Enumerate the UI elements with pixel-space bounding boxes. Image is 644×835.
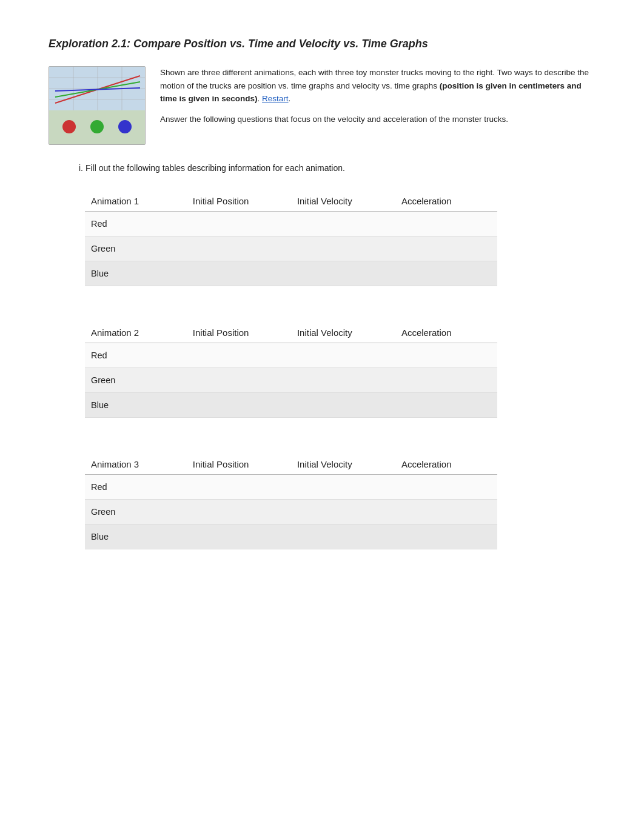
input-animation1-red-col3[interactable] xyxy=(401,216,486,232)
table-animation2-row-green: Green xyxy=(85,368,497,393)
input-animation1-green-col2[interactable] xyxy=(297,241,382,257)
input-animation3-blue-col3[interactable] xyxy=(401,529,486,545)
table-animation3-row-red: Red xyxy=(85,475,497,500)
thumbnail-bottom xyxy=(49,110,145,145)
table-animation1-header-col1: Initial Position xyxy=(184,191,289,212)
table-animation2-row-red-col1[interactable] xyxy=(184,343,289,368)
table-animation2-row-green-col3[interactable] xyxy=(393,368,497,393)
input-animation2-blue-col3[interactable] xyxy=(401,397,486,413)
restart-link[interactable]: Restart xyxy=(262,94,289,103)
table-animation3-row-blue-col1[interactable] xyxy=(184,525,289,549)
table-animation2-row-red-label: Red xyxy=(85,343,184,368)
table-animation2-row-red-col3[interactable] xyxy=(393,343,497,368)
table-animation2-row-blue-col1[interactable] xyxy=(184,393,289,418)
input-animation1-blue-col2[interactable] xyxy=(297,266,382,281)
input-animation3-green-col2[interactable] xyxy=(297,504,382,520)
table-animation1: Animation 1Initial PositionInitial Veloc… xyxy=(85,191,497,286)
table-animation2-row-blue-col3[interactable] xyxy=(393,393,497,418)
table-animation1-row-blue-col3[interactable] xyxy=(393,261,497,286)
table-animation2: Animation 2Initial PositionInitial Veloc… xyxy=(85,323,497,418)
table-animation1-row-blue-label: Blue xyxy=(85,261,184,286)
input-animation1-red-col2[interactable] xyxy=(297,216,382,232)
table-animation1-row-red-label: Red xyxy=(85,212,184,236)
table-animation1-row-blue-col1[interactable] xyxy=(184,261,289,286)
table-animation3-row-green-col2[interactable] xyxy=(289,500,393,525)
input-animation3-red-col3[interactable] xyxy=(401,479,486,495)
table-animation2-row-red-col2[interactable] xyxy=(289,343,393,368)
input-animation1-blue-col3[interactable] xyxy=(401,266,486,281)
table-animation3-row-red-label: Red xyxy=(85,475,184,500)
table-animation3-header-col1: Initial Position xyxy=(184,454,289,475)
input-animation2-red-col3[interactable] xyxy=(401,347,486,363)
table-animation3-row-blue-label: Blue xyxy=(85,525,184,549)
instruction-text: i. Fill out the following tables describ… xyxy=(79,163,595,173)
table-animation3-row-green-label: Green xyxy=(85,500,184,525)
input-animation3-blue-col1[interactable] xyxy=(193,529,278,545)
table-animation1-row-green-label: Green xyxy=(85,236,184,261)
table-animation2-header-col2: Initial Velocity xyxy=(289,323,393,343)
table-animation2-row-blue: Blue xyxy=(85,393,497,418)
input-animation2-red-col2[interactable] xyxy=(297,347,382,363)
input-animation2-blue-col2[interactable] xyxy=(297,397,382,413)
table-animation1-row-red-col3[interactable] xyxy=(393,212,497,236)
table-animation1-row-red-col2[interactable] xyxy=(289,212,393,236)
input-animation2-red-col1[interactable] xyxy=(193,347,278,363)
table-animation2-row-red: Red xyxy=(85,343,497,368)
table-animation2-row-green-col1[interactable] xyxy=(184,368,289,393)
table-animation3-row-blue: Blue xyxy=(85,525,497,549)
table-animation3-row-green: Green xyxy=(85,500,497,525)
table-animation3-header-col3: Acceleration xyxy=(393,454,497,475)
table-animation3-row-green-col1[interactable] xyxy=(184,500,289,525)
input-animation3-red-col2[interactable] xyxy=(297,479,382,495)
table-animation1-row-green-col2[interactable] xyxy=(289,236,393,261)
truck-green-dot xyxy=(90,120,104,133)
intro-p1-end: . xyxy=(258,94,263,103)
table-animation3-row-red-col3[interactable] xyxy=(393,475,497,500)
table-animation3-header-col0: Animation 3 xyxy=(85,454,184,475)
input-animation3-red-col1[interactable] xyxy=(193,479,278,495)
table-animation2-header-col3: Acceleration xyxy=(393,323,497,343)
input-animation1-red-col1[interactable] xyxy=(193,216,278,232)
table-animation3-row-green-col3[interactable] xyxy=(393,500,497,525)
table-animation2-row-green-col2[interactable] xyxy=(289,368,393,393)
table-animation2-header-col0: Animation 2 xyxy=(85,323,184,343)
table-animation3-row-blue-col2[interactable] xyxy=(289,525,393,549)
table-animation2-row-blue-label: Blue xyxy=(85,393,184,418)
table-animation1-row-blue-col2[interactable] xyxy=(289,261,393,286)
tables-section: Animation 1Initial PositionInitial Veloc… xyxy=(49,191,595,549)
input-animation1-blue-col1[interactable] xyxy=(193,266,278,281)
input-animation2-green-col1[interactable] xyxy=(193,372,278,388)
table-animation2-row-blue-col2[interactable] xyxy=(289,393,393,418)
table-animation3-header-col2: Initial Velocity xyxy=(289,454,393,475)
intro-text: Shown are three different animations, ea… xyxy=(160,66,595,145)
table-animation1-row-green-col3[interactable] xyxy=(393,236,497,261)
truck-red-dot xyxy=(62,120,76,133)
input-animation2-green-col3[interactable] xyxy=(401,372,486,388)
intro-paragraph2: Answer the following questions that focu… xyxy=(160,113,595,126)
table-animation3-row-red-col1[interactable] xyxy=(184,475,289,500)
input-animation2-green-col2[interactable] xyxy=(297,372,382,388)
input-animation1-green-col3[interactable] xyxy=(401,241,486,257)
table-animation1-header-col2: Initial Velocity xyxy=(289,191,393,212)
table-animation3-row-red-col2[interactable] xyxy=(289,475,393,500)
animation-thumbnail xyxy=(49,66,146,145)
table-animation1-row-red: Red xyxy=(85,212,497,236)
thumbnail-top xyxy=(49,67,145,109)
input-animation3-green-col1[interactable] xyxy=(193,504,278,520)
table-animation3: Animation 3Initial PositionInitial Veloc… xyxy=(85,454,497,549)
intro-section: Shown are three different animations, ea… xyxy=(49,66,595,145)
input-animation3-blue-col2[interactable] xyxy=(297,529,382,545)
intro-paragraph1: Shown are three different animations, ea… xyxy=(160,66,595,106)
table-animation1-header-col3: Acceleration xyxy=(393,191,497,212)
input-animation1-green-col1[interactable] xyxy=(193,241,278,257)
table-animation3-row-blue-col3[interactable] xyxy=(393,525,497,549)
table-animation1-row-blue: Blue xyxy=(85,261,497,286)
table-animation1-row-green-col1[interactable] xyxy=(184,236,289,261)
table-animation2-row-green-label: Green xyxy=(85,368,184,393)
truck-blue-dot xyxy=(118,120,132,133)
table-animation2-header-col1: Initial Position xyxy=(184,323,289,343)
table-animation1-row-red-col1[interactable] xyxy=(184,212,289,236)
input-animation3-green-col3[interactable] xyxy=(401,504,486,520)
input-animation2-blue-col1[interactable] xyxy=(193,397,278,413)
table-animation1-row-green: Green xyxy=(85,236,497,261)
